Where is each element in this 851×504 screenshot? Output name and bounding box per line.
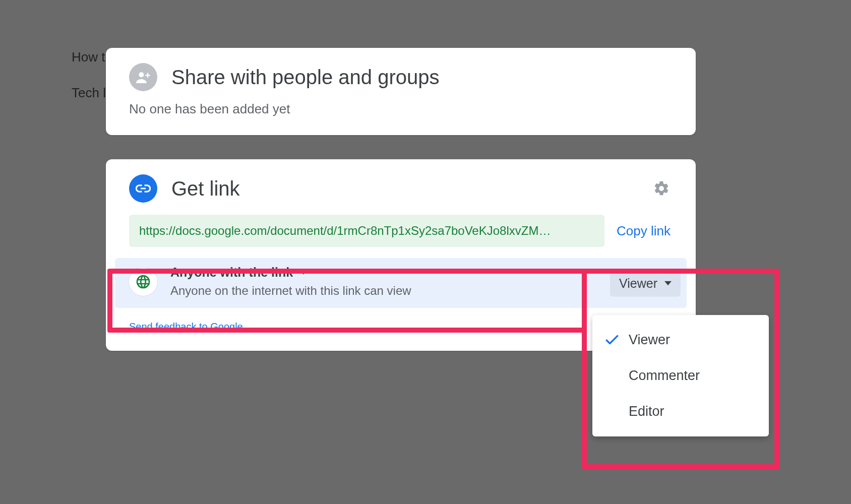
settings-button[interactable]	[650, 177, 673, 200]
share-title: Share with people and groups	[171, 66, 439, 89]
svg-point-0	[139, 72, 144, 77]
copy-link-button[interactable]: Copy link	[617, 223, 673, 239]
role-option-viewer[interactable]: Viewer	[592, 322, 769, 358]
background-text: How t	[72, 49, 105, 65]
globe-icon	[129, 268, 157, 296]
send-feedback-link[interactable]: Send feedback to Google	[129, 321, 673, 333]
person-add-icon	[129, 63, 157, 91]
role-menu: Viewer Commenter Editor	[592, 315, 769, 436]
link-scope-label: Anyone with the link	[170, 265, 293, 280]
share-subtitle: No one has been added yet	[129, 101, 673, 117]
role-dropdown-button[interactable]: Viewer	[610, 270, 681, 296]
role-dropdown-label: Viewer	[619, 276, 657, 290]
share-card: Share with people and groups No one has …	[106, 48, 696, 135]
share-url-box[interactable]: https://docs.google.com/document/d/1rmCr…	[129, 215, 604, 247]
chevron-down-icon	[300, 270, 307, 275]
role-option-label: Editor	[629, 404, 664, 419]
share-header[interactable]: Share with people and groups	[129, 63, 673, 91]
background-text: Tech l	[72, 85, 106, 101]
role-option-label: Commenter	[629, 368, 700, 384]
svg-rect-2	[145, 75, 150, 76]
check-icon	[605, 335, 629, 345]
link-access-panel: Anyone with the link Anyone on the inter…	[115, 258, 687, 308]
link-scope-description: Anyone on the internet with this link ca…	[170, 284, 673, 298]
link-scope-dropdown[interactable]: Anyone with the link	[170, 265, 673, 280]
gear-icon	[653, 180, 670, 197]
chevron-down-icon	[664, 281, 672, 285]
get-link-title: Get link	[171, 177, 636, 200]
link-icon	[129, 174, 157, 203]
role-option-label: Viewer	[629, 332, 670, 348]
role-option-editor[interactable]: Editor	[592, 394, 769, 429]
role-option-commenter[interactable]: Commenter	[592, 358, 769, 394]
